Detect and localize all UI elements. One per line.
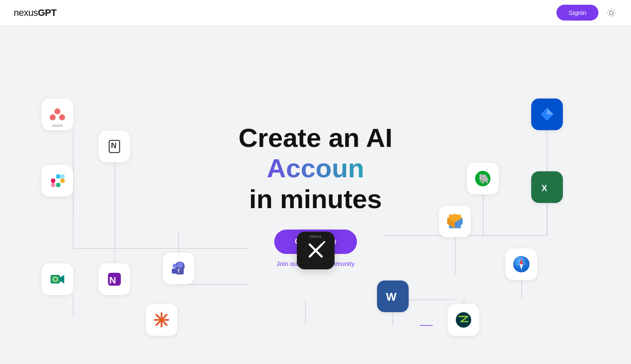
svg-line-30 — [322, 241, 325, 245]
svg-line-7 — [608, 15, 609, 15]
svg-rect-42 — [60, 174, 65, 179]
slack-icon — [42, 165, 73, 197]
excel-icon: X — [531, 171, 563, 203]
google-meet-icon — [42, 263, 73, 295]
logo-text: nexus — [14, 7, 38, 18]
present-icon — [439, 206, 471, 237]
svg-rect-37 — [51, 179, 55, 183]
zendesk-icon — [448, 304, 479, 336]
hero-headline-line2: Accoun — [239, 153, 393, 183]
svg-point-33 — [59, 114, 65, 120]
header: nexusGPT Signin — [0, 0, 631, 26]
safari-icon — [505, 248, 537, 280]
svg-text:N: N — [109, 275, 116, 286]
svg-point-52 — [173, 264, 177, 268]
evernote-icon: 🐘 — [467, 163, 499, 194]
svg-point-32 — [50, 114, 56, 120]
svg-text:N: N — [111, 141, 117, 150]
svg-rect-40 — [60, 179, 65, 183]
svg-marker-44 — [60, 275, 64, 283]
svg-point-46 — [53, 277, 57, 281]
svg-rect-53 — [172, 269, 177, 274]
svg-text:🐘: 🐘 — [478, 173, 490, 185]
svg-text:X: X — [541, 183, 547, 193]
hero-headline-line1: Create an AI — [239, 122, 393, 153]
svg-rect-41 — [51, 183, 55, 187]
svg-line-4 — [614, 15, 614, 15]
ms-word-icon: W — [377, 280, 409, 312]
logo: nexusGPT — [14, 7, 57, 18]
svg-point-0 — [609, 11, 613, 15]
svg-line-8 — [614, 9, 614, 10]
hero-headline-line3: in minutes — [239, 184, 393, 214]
nexus-center-icon: nexus — [297, 232, 335, 269]
svg-rect-39 — [56, 183, 60, 187]
ms-teams-icon: T — [163, 253, 194, 284]
signin-button[interactable]: Signin — [556, 5, 598, 21]
nexus-icon-label: nexus — [310, 234, 321, 239]
notion-icon: N — [99, 131, 130, 162]
jira-icon — [531, 98, 563, 130]
header-actions: Signin — [556, 5, 617, 21]
svg-line-3 — [608, 9, 609, 10]
asterisk-icon — [146, 304, 177, 336]
svg-text:W: W — [386, 290, 397, 303]
svg-point-31 — [54, 108, 60, 114]
asana-icon: asana — [42, 98, 73, 130]
svg-rect-38 — [56, 174, 60, 179]
logo-bold: GPT — [38, 7, 57, 18]
theme-toggle-icon[interactable] — [605, 7, 617, 19]
main-area: Create an AI Accoun in minutes Create no… — [0, 26, 631, 364]
onenote-icon: N — [99, 263, 130, 295]
svg-point-50 — [177, 262, 183, 268]
svg-text:T: T — [177, 269, 180, 274]
